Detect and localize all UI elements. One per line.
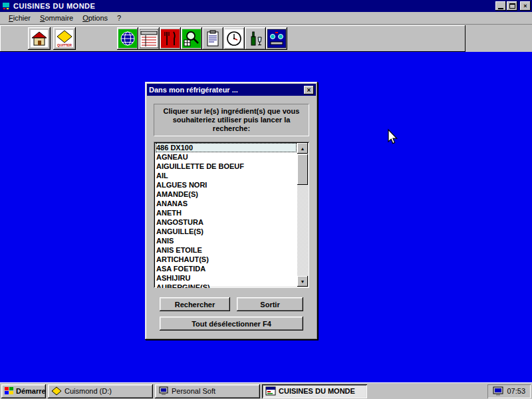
svg-text:QUITTER: QUITTER [57,43,72,47]
refrigerator-dialog: Dans mon réfrigérateur ... × Cliquer sur… [145,82,318,340]
quit-button[interactable]: QUITTER [53,27,76,50]
cutlery-icon [161,29,180,48]
taskbar-item-cuisines-du-monde[interactable]: CUISINES DU MONDE [262,384,367,398]
taskbar-clock[interactable]: 07:53 [507,387,525,395]
world-icon [118,29,137,48]
drive-icon [51,386,62,396]
notepad-icon [203,29,222,48]
scroll-down-button[interactable]: ▼ [297,276,308,287]
app-window-icon [265,386,276,396]
list-item[interactable]: ANGOSTURA [156,217,297,227]
cellar-icon [246,29,265,48]
close-button[interactable]: × [520,1,531,11]
quit-icon: QUITTER [56,30,73,47]
exit-button[interactable]: Sortir [237,297,303,311]
list-scrollbar[interactable]: ▲ ▼ [297,143,308,287]
minimize-button[interactable] [495,1,506,11]
maximize-button[interactable] [507,1,517,11]
clock-icon [225,29,243,48]
taskbar-item-cuismond[interactable]: Cuismond (D:) [48,384,153,398]
list-item[interactable]: AGNEAU [156,152,297,162]
tray-display-icon[interactable] [493,386,503,396]
scrollbar-thumb[interactable] [297,154,308,185]
cellar-button[interactable] [245,27,266,50]
main-titlebar[interactable]: CUISINES DU MONDE × [0,0,532,12]
maximize-icon [509,3,515,9]
home-button[interactable] [28,27,51,50]
taskbar-item-personal-soft[interactable]: Personal Soft [155,384,260,398]
home-icon [31,30,48,47]
toolbar: QUITTER [0,25,532,52]
computer-icon [158,386,169,396]
minimize-icon [498,8,503,9]
list-item[interactable]: ANIS [156,236,297,245]
list-item[interactable]: AMANDE(S) [156,190,297,199]
app-icon[interactable] [1,1,11,11]
dialog-instructions: Cliquer sur le(s) ingrédient(s) que vous… [154,104,309,136]
deselect-all-button[interactable]: Tout désélectionner F4 [160,317,303,331]
ingredient-listbox[interactable]: 486 DX100 AGNEAU AIGUILLETTE DE BOEUF AI… [154,142,309,288]
window-title: CUISINES DU MONDE [13,2,95,10]
search-recipes-button[interactable] [181,27,202,50]
start-label: Démarrer [16,387,46,395]
menu-options[interactable]: Options [78,13,112,23]
index-cards-icon [140,29,158,48]
cutlery-button[interactable] [160,27,181,50]
menu-fichier[interactable]: Fichier [4,13,35,23]
close-icon: × [523,3,527,9]
start-button[interactable]: Démarrer [1,384,46,398]
timer-button[interactable] [223,27,245,50]
list-item[interactable]: ALGUES NORI [156,180,297,190]
system-tray: 07:53 [487,384,531,398]
media-button[interactable] [266,27,287,50]
toolbar-panel: QUITTER [0,25,466,52]
list-item[interactable]: ASHIJIRU [156,273,297,283]
list-item[interactable]: ANIS ETOILE [156,245,297,255]
search-icon [182,29,201,48]
list-item[interactable]: ANANAS [156,199,297,208]
list-item[interactable]: AUBERGINE(S) [156,283,297,288]
task-label: Cuismond (D:) [65,387,112,395]
list-item[interactable]: AIL [156,171,297,180]
list-item[interactable]: ANETH [156,208,297,217]
windows-logo-icon [5,387,13,396]
scroll-up-icon: ▲ [301,146,305,151]
list-item[interactable]: ARTICHAUT(S) [156,255,297,264]
list-item[interactable]: AIGUILLETTE DE BOEUF [156,162,297,171]
list-item[interactable]: ANGUILLE(S) [156,227,297,236]
scroll-up-button[interactable]: ▲ [297,143,308,154]
menu-help[interactable]: ? [112,13,126,23]
index-cards-button[interactable] [138,27,160,50]
task-label: Personal Soft [172,387,215,395]
list-item[interactable]: 486 DX100 [156,143,297,152]
notepad-button[interactable] [202,27,223,50]
media-icon [267,29,286,48]
search-button[interactable]: Rechercher [160,297,230,311]
dialog-close-button[interactable]: × [304,86,314,94]
dialog-titlebar[interactable]: Dans mon réfrigérateur ... × [147,84,316,96]
world-button[interactable] [117,27,138,50]
menu-sommaire[interactable]: Sommaire [35,13,78,23]
screen: CUISINES DU MONDE × Fichier Sommaire Opt… [0,0,532,399]
task-label: CUISINES DU MONDE [279,387,355,395]
scroll-down-icon: ▼ [301,279,305,284]
list-item[interactable]: ASA FOETIDA [156,264,297,273]
menu-bar: Fichier Sommaire Options ? [0,12,532,25]
dialog-title: Dans mon réfrigérateur ... [149,86,238,94]
close-icon: × [307,86,311,94]
taskbar: Démarrer Cuismond (D:) Personal Soft CUI… [0,382,532,399]
